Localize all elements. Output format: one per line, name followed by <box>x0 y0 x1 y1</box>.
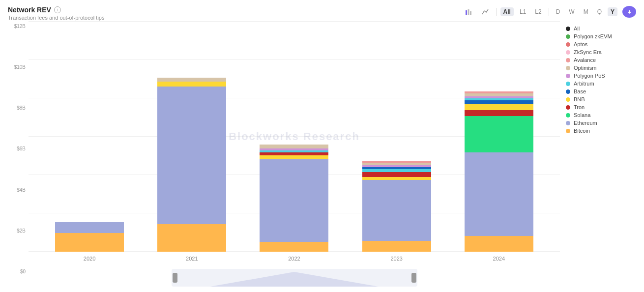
legend-label-polygon-zkevm: Polygon zkEVM <box>574 33 612 39</box>
tf-m-btn[interactable]: M <box>581 7 591 16</box>
legend-label-all: All <box>574 26 580 31</box>
separator-2 <box>549 8 549 16</box>
legend-label-bitcoin: Bitcoin <box>574 128 590 134</box>
bar-segment-2021-opt <box>157 78 226 82</box>
bar-segment-2023-bitcoin <box>362 241 431 252</box>
y-label-8b: $8B <box>8 105 29 111</box>
legend-item-avalance[interactable]: Avalance <box>566 57 630 63</box>
legend-label-tron: Tron <box>574 104 585 110</box>
tf-d-btn[interactable]: D <box>553 7 563 16</box>
bar-group-2021 <box>157 78 226 252</box>
period-l1-btn[interactable]: L1 <box>517 7 529 16</box>
legend-label-ethereum: Ethereum <box>574 120 597 126</box>
scrollbar-handle-right[interactable] <box>411 273 416 283</box>
period-all-btn[interactable]: All <box>500 7 514 16</box>
legend-item-all[interactable]: All <box>566 26 630 31</box>
main-container: Network REV i Transaction fees and out-o… <box>0 0 644 292</box>
chart-subtitle: Transaction fees and out-of-protocol tip… <box>8 15 104 21</box>
bar-group-2024 <box>465 91 533 252</box>
period-l2-btn[interactable]: L2 <box>532 7 544 16</box>
bar-segment-2022-bnb <box>260 155 328 159</box>
title-line: Network REV i <box>8 6 104 14</box>
download-button[interactable] <box>622 6 636 18</box>
svg-rect-2 <box>470 11 471 15</box>
chart-with-axis: $12B $10B $8B $6B $4B $2B $0 <box>8 22 560 292</box>
info-icon[interactable]: i <box>54 6 61 13</box>
legend-dot-bitcoin <box>566 129 570 133</box>
scrollbar-handle-left[interactable] <box>173 273 177 283</box>
legend-item-zksync[interactable]: ZkSync Era <box>566 49 630 55</box>
y-label-0: $0 <box>8 269 29 274</box>
legend: All Polygon zkEVM Aptos ZkSync Era Avala… <box>560 22 636 292</box>
y-label-6b: $6B <box>8 146 29 151</box>
legend-label-zksync: ZkSync Era <box>574 49 602 55</box>
bar-segment-2023-tron <box>362 172 431 177</box>
legend-item-arbitrum[interactable]: Arbitrum <box>566 81 630 87</box>
bar-segment-2021-bitcoin <box>157 224 226 252</box>
bar-stack-2021 <box>157 78 226 252</box>
scrollbar-area <box>29 265 560 290</box>
legend-item-polygon-zkevm[interactable]: Polygon zkEVM <box>566 33 630 39</box>
bar-stack-2020 <box>55 222 124 252</box>
chart-area: $12B $10B $8B $6B $4B $2B $0 <box>8 22 636 292</box>
legend-label-polygon-pos: Polygon PoS <box>574 73 605 79</box>
bar-group-2020 <box>55 222 124 252</box>
legend-dot-arbitrum <box>566 82 570 86</box>
y-label-4b: $4B <box>8 187 29 193</box>
legend-label-avalance: Avalance <box>574 57 596 63</box>
x-label-2024: 2024 <box>465 256 533 262</box>
legend-item-polygon-pos[interactable]: Polygon PoS <box>566 73 630 79</box>
legend-label-bnb: BNB <box>574 96 585 102</box>
x-axis: 2020 2021 2022 2023 2024 <box>29 252 560 265</box>
legend-item-tron[interactable]: Tron <box>566 104 630 110</box>
tf-q-btn[interactable]: Q <box>594 7 605 16</box>
bars-container <box>29 22 560 252</box>
legend-item-bitcoin[interactable]: Bitcoin <box>566 128 630 134</box>
bar-stack-2022 <box>260 145 328 252</box>
legend-dot-aptos <box>566 42 570 47</box>
legend-label-solana: Solana <box>574 112 590 118</box>
tf-w-btn[interactable]: W <box>566 7 577 16</box>
legend-dot-solana <box>566 113 570 117</box>
legend-item-solana[interactable]: Solana <box>566 112 630 118</box>
bar-segment-2022-eth <box>260 159 328 242</box>
line-chart-toggle[interactable] <box>478 6 492 18</box>
bar-segment-2022-bitcoin <box>260 242 328 252</box>
bar-segment-2023-eth <box>362 180 431 241</box>
bar-segment-2024-tron <box>465 110 533 116</box>
bar-group-2022 <box>260 145 328 252</box>
y-axis: $12B $10B $8B $6B $4B $2B $0 <box>8 22 29 292</box>
legend-item-ethereum[interactable]: Ethereum <box>566 120 630 126</box>
legend-label-aptos: Aptos <box>574 41 587 47</box>
x-label-2022: 2022 <box>260 256 328 262</box>
legend-item-aptos[interactable]: Aptos <box>566 41 630 47</box>
legend-label-optimism: Optimism <box>574 65 596 71</box>
separator-1 <box>496 8 497 16</box>
legend-dot-tron <box>566 105 570 110</box>
y-label-10b: $10B <box>8 64 29 70</box>
x-label-2021: 2021 <box>157 256 226 262</box>
bar-chart-toggle[interactable] <box>462 6 475 18</box>
tf-y-btn[interactable]: Y <box>608 7 617 16</box>
legend-item-optimism[interactable]: Optimism <box>566 65 630 71</box>
bar-segment-2021-bnb <box>157 82 226 87</box>
bar-stack-2024 <box>465 91 533 252</box>
bar-segment-2020-eth <box>55 222 124 233</box>
y-label-12b: $12B <box>8 24 29 29</box>
legend-item-bnb[interactable]: BNB <box>566 96 630 102</box>
scrollbar-shape <box>201 272 388 287</box>
legend-dot-avalance <box>566 58 570 62</box>
bar-segment-2022-opt <box>260 145 328 148</box>
chart-body: Blockworks Research <box>29 22 560 292</box>
bar-segment-2021-eth <box>157 87 226 224</box>
scrollbar-track[interactable] <box>172 269 417 287</box>
bar-segment-2024-base <box>465 100 533 104</box>
x-label-2020: 2020 <box>55 256 124 262</box>
legend-dot-optimism <box>566 66 570 70</box>
legend-dot-ethereum <box>566 121 570 125</box>
svg-rect-0 <box>466 10 467 15</box>
legend-item-base[interactable]: Base <box>566 88 630 94</box>
legend-dot-base <box>566 89 570 94</box>
legend-label-arbitrum: Arbitrum <box>574 81 594 87</box>
legend-dot-polygon-pos <box>566 74 570 78</box>
